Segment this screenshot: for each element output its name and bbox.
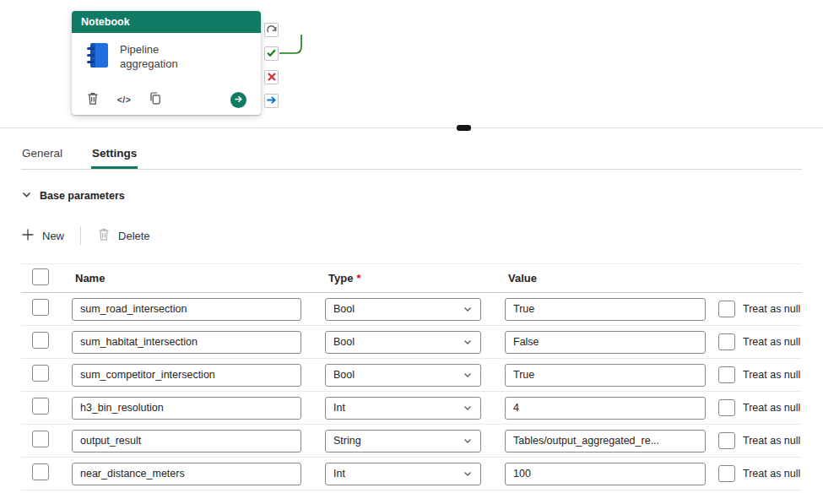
base-parameters-section-header[interactable]: Base parameters	[21, 188, 802, 203]
activity-card-body: Pipeline aggregation	[72, 33, 261, 72]
port-on-success[interactable]	[264, 46, 279, 61]
navigate-button[interactable]	[230, 92, 246, 108]
treat-as-null-label: Treat as null	[743, 435, 800, 447]
row-checkbox[interactable]	[32, 332, 49, 349]
type-select[interactable]: Bool	[325, 331, 481, 354]
settings-panel: General Settings Base parameters New	[0, 142, 823, 490]
command-divider	[80, 226, 81, 245]
type-select-value: String	[333, 435, 361, 447]
pipeline-canvas: Notebook Pipeline aggregation	[0, 0, 823, 128]
notebook-activity-card[interactable]: Notebook Pipeline aggregation	[72, 11, 261, 115]
delete-button-label: Delete	[118, 230, 150, 242]
treat-as-null-checkbox[interactable]	[718, 432, 735, 449]
table-row: Bool Treat as null	[21, 359, 802, 392]
new-button[interactable]: New	[21, 228, 64, 244]
chevron-down-icon	[21, 188, 32, 203]
treat-as-null-label: Treat as null	[743, 468, 800, 480]
value-input[interactable]	[505, 298, 706, 321]
column-header-value: Value	[505, 272, 537, 285]
port-on-skip[interactable]	[264, 23, 279, 37]
type-select[interactable]: Bool	[325, 298, 481, 321]
row-checkbox[interactable]	[32, 398, 49, 415]
name-input[interactable]	[72, 397, 301, 420]
treat-as-null-label: Treat as null	[743, 336, 800, 348]
activity-ports	[264, 23, 279, 108]
port-on-completion[interactable]	[264, 94, 279, 108]
type-select-value: Bool	[333, 303, 355, 315]
type-select-value: Bool	[333, 336, 355, 348]
success-check-icon	[266, 46, 277, 62]
activity-card-header: Notebook	[72, 11, 261, 33]
port-on-fail[interactable]	[264, 70, 279, 84]
code-button[interactable]: </>	[116, 91, 133, 108]
type-select-value: Int	[333, 402, 345, 414]
table-row: Int Treat as null	[21, 392, 802, 425]
name-input[interactable]	[72, 298, 301, 321]
name-input[interactable]	[72, 463, 301, 485]
table-row: String Treat as null	[21, 425, 802, 458]
chevron-down-icon	[463, 304, 473, 314]
type-select[interactable]: Bool	[325, 364, 481, 387]
name-input[interactable]	[72, 430, 301, 453]
column-header-name: Name	[72, 272, 105, 285]
plus-icon	[21, 228, 35, 244]
chevron-down-icon	[463, 403, 473, 413]
table-row: Bool Treat as null	[21, 293, 802, 326]
treat-as-null-label: Treat as null	[743, 369, 800, 381]
treat-as-null-label: Treat as null	[743, 402, 800, 414]
type-select-value: Bool	[333, 369, 355, 381]
type-select-value: Int	[333, 468, 345, 480]
command-bar: New Delete	[21, 223, 802, 248]
type-select[interactable]: Int	[325, 463, 481, 485]
code-icon: </>	[117, 95, 132, 105]
row-checkbox[interactable]	[32, 463, 49, 480]
tab-general[interactable]: General	[21, 142, 63, 169]
type-select[interactable]: String	[325, 430, 481, 453]
tab-settings[interactable]: Settings	[91, 142, 138, 169]
table-row: Int Treat as null	[21, 458, 802, 490]
name-input[interactable]	[72, 364, 301, 387]
row-checkbox[interactable]	[32, 431, 49, 447]
value-input[interactable]	[505, 430, 706, 453]
treat-as-null-checkbox[interactable]	[718, 399, 735, 416]
parameters-table: Name Type* Value Bool Treat as null	[21, 263, 802, 490]
name-input[interactable]	[72, 331, 301, 354]
notebook-icon	[86, 42, 109, 72]
table-row: Bool Treat as null	[21, 326, 802, 359]
table-header-row: Name Type* Value	[21, 264, 802, 293]
trash-icon	[86, 91, 100, 108]
chevron-down-icon	[463, 469, 473, 479]
value-input[interactable]	[505, 364, 706, 387]
copy-button[interactable]	[147, 91, 164, 108]
delete-activity-button[interactable]	[84, 91, 101, 108]
section-title: Base parameters	[40, 190, 125, 202]
select-all-checkbox[interactable]	[32, 268, 49, 285]
panel-resize-handle[interactable]	[457, 125, 471, 131]
column-header-type: Type	[325, 272, 353, 285]
row-checkbox[interactable]	[32, 299, 49, 316]
treat-as-null-checkbox[interactable]	[718, 333, 735, 350]
copy-icon	[149, 91, 162, 108]
tab-bar: General Settings	[21, 142, 802, 170]
activity-name-label: Pipeline aggregation	[120, 42, 204, 72]
value-input[interactable]	[505, 331, 706, 354]
activity-type-label: Notebook	[81, 16, 130, 28]
arrow-right-icon	[234, 94, 243, 106]
treat-as-null-checkbox[interactable]	[718, 301, 735, 317]
skip-arrow-icon	[266, 23, 277, 38]
treat-as-null-label: Treat as null	[743, 303, 800, 315]
chevron-down-icon	[463, 370, 473, 380]
required-asterisk: *	[356, 272, 360, 285]
fail-x-icon	[267, 70, 277, 85]
trash-icon	[97, 227, 111, 244]
value-input[interactable]	[505, 397, 706, 420]
new-button-label: New	[42, 230, 64, 242]
completion-arrow-icon	[266, 94, 277, 109]
delete-button[interactable]: Delete	[97, 227, 150, 244]
treat-as-null-checkbox[interactable]	[718, 366, 735, 383]
treat-as-null-checkbox[interactable]	[718, 465, 735, 482]
row-checkbox[interactable]	[32, 365, 49, 382]
activity-toolbar: </>	[72, 91, 261, 108]
type-select[interactable]: Int	[325, 397, 481, 420]
value-input[interactable]	[505, 463, 706, 485]
